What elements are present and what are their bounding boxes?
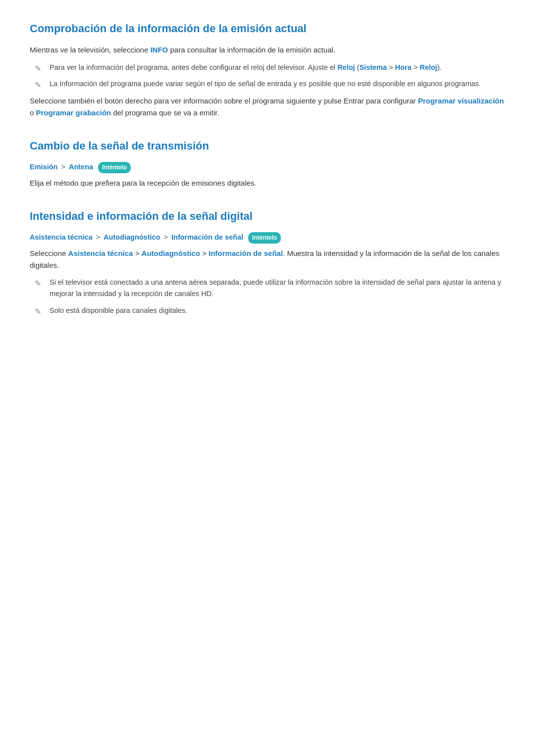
section3-sep2: >: [200, 249, 209, 257]
programar-grabacion-link[interactable]: Programar grabación: [36, 108, 111, 117]
section-emission-info: Comprobación de la información de la emi…: [30, 20, 505, 119]
breadcrumb-asistencia[interactable]: Asistencia técnica: [30, 233, 93, 241]
pencil-icon-3: ✎: [35, 277, 45, 287]
section1-intro-suffix: para consultar la información de la emis…: [168, 46, 335, 54]
section3-sep1: >: [133, 249, 141, 257]
section1-footer: Seleccione también el botón derecho para…: [30, 95, 505, 120]
breadcrumb-sep1: >: [61, 163, 67, 171]
section1-info-highlight: INFO: [150, 46, 168, 54]
try-it-badge-2[interactable]: Inténtelo: [248, 232, 281, 244]
section3-body: Seleccione Asistencia técnica > Autodiag…: [30, 248, 505, 272]
section3-link1[interactable]: Asistencia técnica: [68, 249, 133, 257]
breadcrumb-informacion-senal[interactable]: Información de señal: [171, 233, 243, 241]
sistema-link: Sistema: [359, 63, 387, 71]
try-it-badge-1[interactable]: Inténtelo: [98, 162, 131, 173]
section3-title: Intensidad e información de la señal dig…: [30, 207, 505, 225]
section1-bullet-2: ✎ La Información del programa puede vari…: [35, 78, 505, 90]
reloj-link: Reloj: [337, 63, 355, 71]
section1-intro-prefix: Mientras ve la televisión, seleccione: [30, 46, 150, 54]
section3-bullet1-text: Si el televisor está conectado a una ant…: [50, 277, 505, 300]
section1-bullet2-text: La Información del programa puede variar…: [50, 78, 481, 90]
section3-bullet-list: ✎ Si el televisor está conectado a una a…: [35, 277, 505, 316]
breadcrumb-sep2: >: [96, 233, 103, 241]
section3-link2[interactable]: Autodiagnóstico: [142, 249, 200, 257]
section1-intro: Mientras ve la televisión, seleccione IN…: [30, 44, 505, 56]
section-signal-change: Cambio de la señal de transmisión Emisió…: [30, 137, 505, 190]
section1-title: Comprobación de la información de la emi…: [30, 20, 505, 37]
pencil-icon-2: ✎: [35, 79, 45, 89]
section2-breadcrumb: Emisión > Antena Inténtelo: [30, 161, 505, 173]
section1-bullet-list: ✎ Para ver la información del programa, …: [35, 62, 505, 90]
section3-bullet-1: ✎ Si el televisor está conectado a una a…: [35, 277, 505, 300]
section3-link3[interactable]: Información de señal: [209, 249, 283, 257]
section1-footer-suffix: del programa que se va a emitir.: [111, 108, 219, 117]
breadcrumb-autodiagnostico[interactable]: Autodiagnóstico: [104, 233, 160, 241]
reloj2-link: Reloj: [420, 63, 437, 71]
section1-footer-prefix: Seleccione también el botón derecho para…: [30, 97, 418, 105]
section3-bullet-2: ✎ Solo está disponible para canales digi…: [35, 305, 505, 316]
section1-bullet1-text: Para ver la información del programa, an…: [50, 62, 441, 73]
section3-breadcrumb: Asistencia técnica > Autodiagnóstico > I…: [30, 232, 505, 244]
pencil-icon-1: ✎: [35, 62, 45, 72]
hora-link: Hora: [395, 63, 412, 71]
section2-title: Cambio de la señal de transmisión: [30, 137, 505, 154]
section2-body: Elija el método que prefiera para la rec…: [30, 177, 505, 190]
pencil-icon-4: ✎: [35, 305, 45, 315]
section3-bullet2-text: Solo está disponible para canales digita…: [50, 305, 187, 316]
section-signal-intensity: Intensidad e información de la señal dig…: [30, 207, 505, 316]
section3-body-prefix: Seleccione: [30, 249, 68, 257]
breadcrumb-sep3: >: [164, 233, 170, 241]
breadcrumb-emision[interactable]: Emisión: [30, 163, 57, 171]
breadcrumb-antena[interactable]: Antena: [69, 163, 93, 171]
section1-footer-middle: o: [30, 108, 36, 117]
section1-bullet-1: ✎ Para ver la información del programa, …: [35, 62, 505, 73]
programar-visualizacion-link[interactable]: Programar visualización: [418, 97, 504, 105]
